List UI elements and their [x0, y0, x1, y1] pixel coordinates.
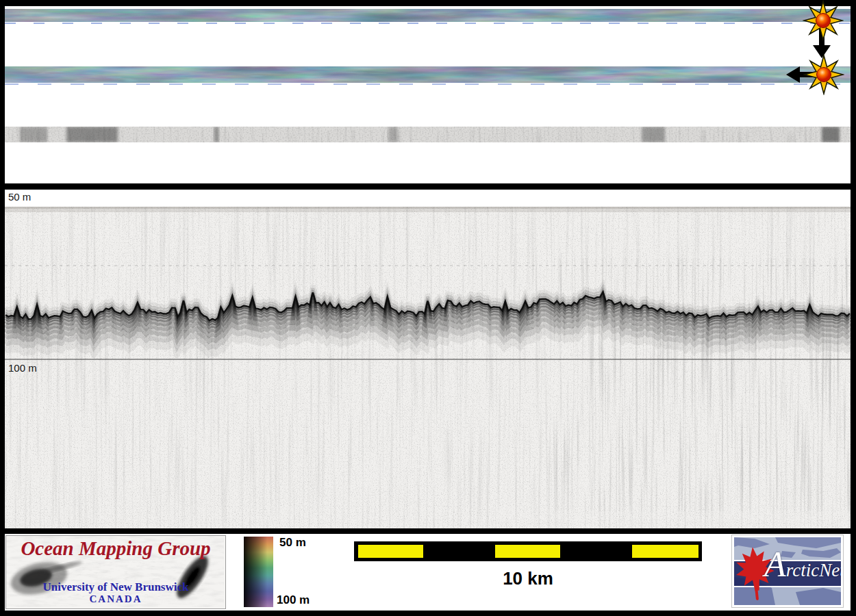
arcticnet-logo-inner: ArcticNet [734, 537, 841, 605]
scale-bar [354, 541, 702, 561]
bathymetry-swath-strip-1 [5, 9, 851, 22]
arcticnet-wordmark: ArcticNet [764, 544, 841, 585]
echogram-depth-label-50m: 50 m [8, 191, 31, 203]
colorbar-label-50m: 50 m [279, 536, 306, 550]
omg-logo-title: Ocean Mapping Group [6, 537, 225, 560]
omg-logo: Ocean Mapping Group University of New Br… [5, 535, 226, 609]
colorbar-shading-overlay [244, 537, 273, 607]
survey-figure: 50 m 100 m Ocean Mapping Group Universit… [0, 0, 856, 616]
omg-logo-subtitle: University of New Brunswick [6, 580, 225, 594]
depth-colorbar [244, 537, 273, 607]
starburst-icon [803, 0, 844, 41]
arcticnet-wordmark-rest: rcticNet [786, 560, 841, 580]
panel-divider [0, 183, 856, 190]
echogram-panel: 50 m 100 m [5, 190, 851, 528]
arcticnet-wordmark-initial: A [764, 545, 786, 584]
omg-logo-country: CANADA [6, 593, 225, 605]
footer-bar: Ocean Mapping Group University of New Br… [5, 534, 851, 611]
swath-edge-fragments-1 [5, 23, 851, 24]
scale-bar-label: 10 km [354, 568, 702, 589]
sidescan-backscatter-strip [5, 127, 851, 142]
scale-bar-segment [632, 545, 698, 558]
swath-edge-fragments-2 [5, 84, 851, 85]
echogram-depth-label-100m: 100 m [8, 362, 37, 374]
scale-bar-segment [358, 545, 423, 558]
scale-bar-segment [495, 545, 560, 558]
starburst-icon [803, 54, 844, 95]
bathymetry-swath-strip-2 [5, 66, 851, 83]
arcticnet-logo: ArcticNet [731, 535, 844, 608]
track-panel [5, 6, 851, 183]
panel-divider [0, 528, 856, 534]
colorbar-label-100m: 100 m [277, 593, 310, 607]
echogram-plot [5, 190, 851, 528]
